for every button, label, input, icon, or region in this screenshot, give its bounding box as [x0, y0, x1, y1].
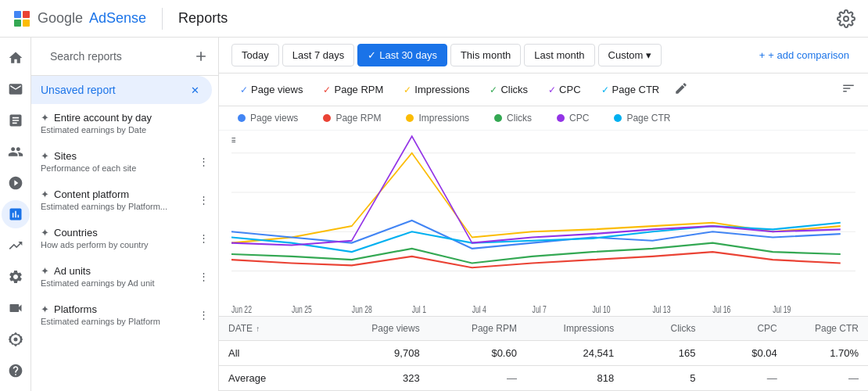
sidebar-item-entire-account[interactable]: ✦ Entire account by day Estimated earnin… [31, 104, 218, 142]
td-clicks-average: 5 [623, 366, 705, 390]
legend-clicks: Clicks [494, 113, 532, 124]
tab-cpc[interactable]: ✓ CPC [540, 80, 589, 99]
svg-text:Jul 16: Jul 16 [712, 303, 730, 314]
td-date-all: All [219, 341, 332, 365]
entire-account-desc: Estimated earnings by Date [41, 125, 152, 135]
td-pagerpm-all: $0.60 [429, 341, 526, 365]
left-nav [0, 38, 31, 391]
table-row-all: All 9,708 $0.60 24,541 165 $0.04 1.70% [219, 341, 868, 366]
tab-page-rpm[interactable]: ✓ Page RPM [314, 80, 392, 99]
th-clicks[interactable]: Clicks [623, 317, 705, 340]
plus-icon: + [759, 49, 766, 61]
tab-page-views[interactable]: ✓ Page views [231, 80, 311, 99]
countries-more-button[interactable]: ⋮ [199, 232, 209, 244]
nav-trending[interactable] [2, 231, 30, 260]
legend-impressions-label: Impressions [418, 113, 469, 124]
filter-thismonth[interactable]: This month [450, 44, 521, 66]
th-pagerpm[interactable]: Page RPM [429, 317, 526, 340]
tab-clicks[interactable]: ✓ Clicks [481, 80, 536, 99]
tab-page-ctr[interactable]: ✓ Page CTR [593, 80, 669, 99]
tab-impressions[interactable]: ✓ Impressions [395, 80, 478, 99]
sites-more-button[interactable]: ⋮ [199, 156, 209, 167]
svg-text:Jul 10: Jul 10 [592, 303, 610, 314]
th-pageviews[interactable]: Page views [332, 317, 429, 340]
content-platform-more-button[interactable]: ⋮ [199, 194, 209, 206]
sidebar-item-sites[interactable]: ✦ Sites Performance of each site ⋮ [31, 142, 218, 181]
platforms-more-button[interactable]: ⋮ [199, 309, 209, 321]
filter-last7[interactable]: Last 7 days [282, 44, 355, 66]
svg-text:Jun 28: Jun 28 [352, 303, 372, 314]
td-impressions-average: 818 [526, 366, 623, 390]
nav-inbox[interactable] [2, 75, 30, 103]
add-comparison-button[interactable]: + + add comparison [753, 45, 855, 66]
filter-lastmonth[interactable]: Last month [524, 44, 594, 66]
th-impressions[interactable]: Impressions [526, 317, 623, 340]
svg-text:Jul 1: Jul 1 [412, 303, 426, 314]
logo: Google AdSense [13, 9, 146, 28]
legend-page-rpm: Page RPM [323, 113, 381, 124]
td-pageviews-average: 323 [332, 366, 429, 390]
legend-page-views: Page views [238, 113, 298, 124]
top-bar-divider [162, 8, 163, 30]
settings-icon[interactable] [837, 9, 855, 28]
legend-impressions: Impressions [406, 113, 469, 124]
logo-brand: AdSense [89, 10, 146, 27]
sparkle-icon-3: ✦ [41, 188, 49, 200]
edit-metrics-icon[interactable] [674, 81, 688, 98]
ad-units-more-button[interactable]: ⋮ [199, 271, 209, 282]
legend-dot-impressions [406, 114, 414, 122]
svg-rect-2 [14, 20, 21, 27]
legend-dot-clicks [494, 114, 502, 122]
tab-page-views-label: Page views [251, 84, 303, 95]
metric-tabs: ✓ Page views ✓ Page RPM ✓ Impressions ✓ … [219, 74, 868, 106]
sparkle-icon-5: ✦ [41, 265, 49, 277]
nav-content[interactable] [2, 106, 30, 135]
tab-page-rpm-label: Page RPM [334, 84, 383, 95]
svg-point-5 [13, 338, 17, 342]
page-title: Reports [178, 10, 228, 27]
sparkle-icon-2: ✦ [41, 150, 49, 162]
ad-units-desc: Estimated earnings by Ad unit [41, 278, 155, 288]
th-date[interactable]: DATE ↑ [219, 317, 332, 340]
content-platform-label: Content platform [54, 188, 129, 200]
svg-text:Jul 7: Jul 7 [533, 303, 547, 314]
nav-settings[interactable] [2, 263, 30, 291]
countries-desc: How ads perform by country [41, 240, 149, 249]
svg-text:Jul 4: Jul 4 [472, 303, 486, 314]
sidebar-item-ad-units[interactable]: ✦ Ad units Estimated earnings by Ad unit… [31, 257, 218, 296]
nav-gear[interactable] [2, 325, 30, 353]
legend-cpc-label: CPC [569, 113, 589, 124]
nav-help[interactable] [2, 357, 30, 385]
content-platform-desc: Estimated earnings by Platform... [41, 202, 167, 211]
nav-block[interactable] [2, 169, 30, 197]
nav-video[interactable] [2, 294, 30, 322]
legend-dot-page-ctr [614, 114, 622, 122]
td-pagectr-average: — [787, 366, 868, 390]
sidebar-item-platforms[interactable]: ✦ Platforms Estimated earnings by Platfo… [31, 296, 218, 334]
legend-dot-page-views [238, 114, 246, 122]
sidebar-item-countries[interactable]: ✦ Countries How ads perform by country ⋮ [31, 219, 218, 257]
close-report-button[interactable]: ✕ [187, 82, 203, 98]
nav-home[interactable] [2, 44, 30, 72]
nav-people[interactable] [2, 138, 30, 166]
table-header: DATE ↑ Page views Page RPM Impressions C… [219, 317, 868, 341]
th-pagectr[interactable]: Page CTR [787, 317, 868, 340]
filter-today[interactable]: Today [231, 44, 279, 66]
checkmark-icon: ✓ [368, 49, 376, 61]
svg-rect-0 [14, 11, 21, 18]
sites-desc: Performance of each site [41, 163, 136, 173]
filter-custom[interactable]: Custom ▾ [598, 44, 662, 66]
th-cpc[interactable]: CPC [705, 317, 787, 340]
td-pageviews-all: 9,708 [332, 341, 429, 365]
data-table: DATE ↑ Page views Page RPM Impressions C… [219, 316, 868, 391]
add-report-button[interactable] [193, 47, 209, 66]
td-date-average: Average [219, 366, 332, 390]
nav-reports[interactable] [2, 200, 30, 228]
sidebar-item-content-platform[interactable]: ✦ Content platform Estimated earnings by… [31, 181, 218, 219]
filter-view-icon[interactable] [841, 81, 855, 98]
sidebar-item-unsaved[interactable]: Unsaved report ✕ [31, 76, 212, 104]
search-input[interactable] [50, 50, 187, 63]
svg-text:≡: ≡ [231, 134, 236, 146]
filter-last30[interactable]: ✓ Last 30 days [357, 44, 447, 66]
legend-cpc: CPC [557, 113, 589, 124]
